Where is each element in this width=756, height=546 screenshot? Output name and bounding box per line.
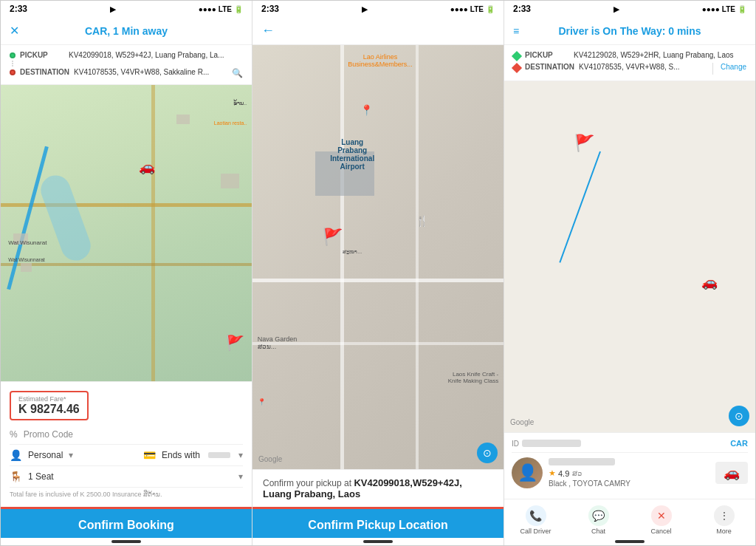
- destination-value-3: KV41078535, V4VR+W88, S...: [579, 63, 705, 71]
- location-btn-3[interactable]: ⊙: [729, 406, 749, 426]
- header-title-1: CAR, 1 Min away: [85, 25, 168, 37]
- cancel-icon: ✕: [651, 505, 672, 526]
- lang-label: ສວ: [572, 469, 582, 477]
- chat-icon: 💬: [588, 505, 609, 526]
- pickup-label-1: PICKUP: [20, 51, 64, 59]
- destination-diamond-3: [512, 63, 522, 73]
- car-icon-map3: 🚗: [701, 274, 718, 290]
- road-2v1: [340, 45, 344, 469]
- battery-icon-3: 🔋: [738, 5, 746, 13]
- dot3: [12, 65, 13, 66]
- driver-car-desc: Black , TOYOTA CAMRY: [549, 480, 709, 488]
- cancel-label: Cancel: [650, 528, 671, 535]
- more-icon: ⋮: [714, 505, 735, 526]
- payment-left: 💳 Ends with ▾: [143, 449, 243, 461]
- driver-rating: ★ 4.9: [549, 468, 569, 478]
- road-2v2: [416, 45, 419, 469]
- marker-lao-airlines: 📍: [360, 104, 373, 116]
- more-button[interactable]: ⋮ More: [693, 505, 755, 535]
- rating-lang-row: ★ 4.9 ສວ: [549, 468, 709, 478]
- lte-label-1: LTE: [219, 5, 232, 13]
- seats-row[interactable]: 🪑 1 Seat ▾: [10, 466, 243, 488]
- map-label-2: Wat Wisunnarat: [8, 257, 45, 262]
- pickup-dot-1: [10, 52, 16, 58]
- car-thumbnail: 🚗: [715, 462, 748, 484]
- chevron-seats: ▾: [238, 471, 243, 482]
- cancel-button[interactable]: ✕ Cancel: [630, 505, 693, 535]
- star-icon: ★: [549, 468, 556, 478]
- water-body: [37, 171, 95, 265]
- close-button-1[interactable]: ✕: [10, 24, 19, 38]
- location-btn-2[interactable]: ⊙: [477, 443, 498, 463]
- status-bar-3: 2:33 ▶ ●●●● LTE 🔋: [504, 1, 755, 17]
- location-icon-1: ▶: [110, 5, 116, 13]
- signal-icon-1: ●●●●: [199, 5, 216, 13]
- destination-label-1: DESTINATION: [20, 68, 69, 76]
- personal-row[interactable]: 👤 Personal ▾ 💳 Ends with ▾: [10, 445, 243, 466]
- driver-name-blur: [549, 458, 615, 465]
- promo-label: Promo Code: [24, 429, 73, 440]
- more-label: More: [716, 528, 732, 535]
- pickup-label-3: PICKUP: [525, 51, 569, 59]
- route-line-3: [560, 151, 602, 263]
- home-indicator-3: [504, 538, 755, 545]
- chat-button[interactable]: 💬 Chat: [567, 505, 630, 535]
- location-icon-3: ▶: [614, 5, 619, 13]
- panel-driver-onway: 2:33 ▶ ●●●● LTE 🔋 ≡ Driver is On The Way…: [504, 1, 755, 545]
- time-3: 2:33: [513, 4, 531, 14]
- home-bar-3: [615, 540, 645, 543]
- lte-label-2: LTE: [470, 5, 484, 13]
- home-bar-2: [363, 540, 393, 543]
- location-info-1: PICKUP KV42099018, W529+42J, Luang Praba…: [1, 45, 252, 85]
- pickup-value-1: KV42099018, W529+42J, Luang Prabang, La.…: [69, 51, 243, 59]
- id-blur: [522, 440, 581, 447]
- fare-box: Estimated Fare* K 98274.46: [10, 391, 89, 420]
- status-icons-1: ●●●● LTE 🔋: [199, 5, 243, 13]
- loc-divider-3: [712, 63, 713, 75]
- promo-row[interactable]: % Promo Code: [10, 425, 243, 445]
- battery-icon-1: 🔋: [234, 5, 243, 13]
- bldg2: [21, 263, 32, 272]
- nava-garden-label: Nava Gardenສວນ...: [258, 335, 298, 350]
- signal-icon-2: ●●●●: [450, 5, 468, 13]
- menu-button-3[interactable]: ≡: [513, 25, 519, 37]
- rating-value: 4.9: [558, 469, 569, 478]
- bldg3: [176, 115, 190, 124]
- airport-label: LuangPrabangInternationalAirport: [323, 138, 382, 171]
- road-h1: [1, 203, 252, 207]
- map-1: 🚗 Wat Wisunarat Wat Wisunnarat ຮ້ານ.. La…: [1, 85, 252, 381]
- back-button-2[interactable]: ←: [261, 23, 275, 38]
- change-link-3[interactable]: Change: [721, 63, 746, 71]
- destination-value-1: KV41078535, V4VR+W88, Sakkaline R...: [74, 68, 224, 76]
- seat-icon: 🪑: [10, 471, 22, 482]
- destination-label-3: DESTINATION: [525, 63, 574, 71]
- header-1: ✕ CAR, 1 Min away: [1, 17, 252, 45]
- payment-label: Ends with: [162, 450, 200, 460]
- home-indicator-1: [1, 538, 252, 545]
- google-label-2: Google: [258, 455, 282, 463]
- home-bar-1: [111, 540, 141, 543]
- dot1: [12, 61, 13, 62]
- fare-label: Estimated Fare*: [18, 395, 80, 403]
- destination-row-1: DESTINATION KV41078535, V4VR+W88, Sakkal…: [10, 66, 243, 80]
- road-2h1: [252, 279, 504, 282]
- call-driver-button[interactable]: 📞 Call Driver: [504, 505, 567, 535]
- avatar-face: 👤: [518, 463, 537, 482]
- google-label-3: Google: [510, 418, 534, 426]
- header-title-3: Driver is On The Way: 0 mins: [558, 25, 701, 37]
- payment-blur: [208, 452, 230, 458]
- marker-restaurant: 🍴: [416, 215, 428, 227]
- home-indicator-2: [252, 538, 504, 545]
- location-icon-2: ▶: [362, 5, 368, 13]
- time-1: 2:33: [10, 4, 27, 14]
- road-h2: [1, 263, 252, 266]
- action-bar: 📞 Call Driver 💬 Chat ✕ Cancel ⋮ More: [504, 499, 755, 538]
- location-indicator-1: [10, 51, 16, 58]
- nava-marker: 📍: [258, 398, 266, 406]
- call-label: Call Driver: [520, 528, 551, 535]
- panel-confirm-pickup: 2:33 ▶ ●●●● LTE 🔋 ← LuangPrabangInternat…: [252, 1, 504, 545]
- app-container: 2:33 ▶ ●●●● LTE 🔋 ✕ CAR, 1 Min away PICK…: [0, 0, 756, 546]
- map-label-4: Laotian resta..: [214, 120, 247, 126]
- search-icon-1[interactable]: 🔍: [232, 68, 243, 78]
- seats-label: 1 Seat: [28, 471, 54, 482]
